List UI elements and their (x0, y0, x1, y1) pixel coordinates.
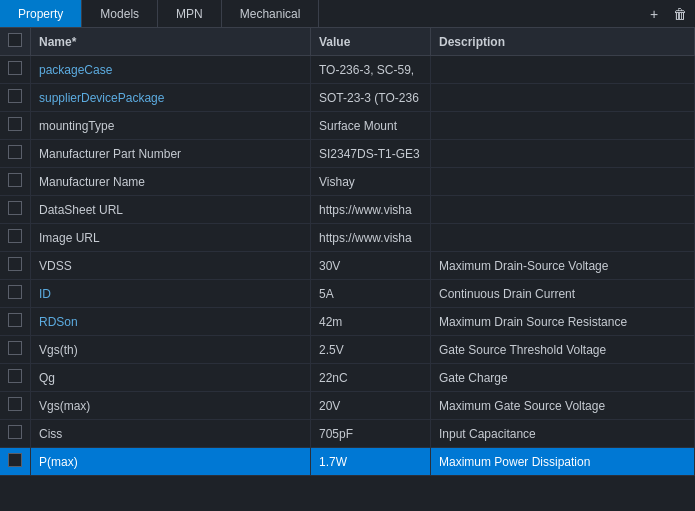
cell-name: Ciss (31, 420, 311, 448)
tab-mpn[interactable]: MPN (158, 0, 222, 27)
cell-name: packageCase (31, 56, 311, 84)
cell-name: ID (31, 280, 311, 308)
cell-description (431, 224, 695, 252)
table-row[interactable]: supplierDevicePackageSOT-23-3 (TO-236 (0, 84, 695, 112)
cell-name: Vgs(th) (31, 336, 311, 364)
cell-description: Gate Source Threshold Voltage (431, 336, 695, 364)
table-row[interactable]: Manufacturer NameVishay (0, 168, 695, 196)
cell-description: Maximum Drain-Source Voltage (431, 252, 695, 280)
table-row[interactable]: RDSon42mMaximum Drain Source Resistance (0, 308, 695, 336)
row-checkbox[interactable] (8, 425, 22, 439)
cell-value: https://www.visha (311, 196, 431, 224)
cell-value: SI2347DS-T1-GE3 (311, 140, 431, 168)
table-row[interactable]: Vgs(th)2.5VGate Source Threshold Voltage (0, 336, 695, 364)
table-row[interactable]: DataSheet URLhttps://www.visha (0, 196, 695, 224)
table-row[interactable]: mountingTypeSurface Mount (0, 112, 695, 140)
cell-value: https://www.visha (311, 224, 431, 252)
table-row[interactable]: Qg22nCGate Charge (0, 364, 695, 392)
cell-value: SOT-23-3 (TO-236 (311, 84, 431, 112)
header-checkbox[interactable] (8, 33, 22, 47)
cell-description: Maximum Gate Source Voltage (431, 392, 695, 420)
tab-mechanical[interactable]: Mechanical (222, 0, 320, 27)
cell-value: Vishay (311, 168, 431, 196)
tab-actions: + 🗑 (643, 3, 695, 25)
cell-description (431, 168, 695, 196)
cell-value: 705pF (311, 420, 431, 448)
cell-description (431, 56, 695, 84)
cell-description (431, 84, 695, 112)
tab-models[interactable]: Models (82, 0, 158, 27)
row-checkbox[interactable] (8, 313, 22, 327)
delete-button[interactable]: 🗑 (669, 3, 691, 25)
cell-description: Continuous Drain Current (431, 280, 695, 308)
cell-value: 2.5V (311, 336, 431, 364)
cell-name: DataSheet URL (31, 196, 311, 224)
table-row[interactable]: Vgs(max)20VMaximum Gate Source Voltage (0, 392, 695, 420)
cell-name: Manufacturer Part Number (31, 140, 311, 168)
cell-description (431, 112, 695, 140)
col-header-name: Name* (31, 28, 311, 56)
cell-name: Vgs(max) (31, 392, 311, 420)
cell-value: TO-236-3, SC-59, (311, 56, 431, 84)
cell-name: Qg (31, 364, 311, 392)
row-checkbox[interactable] (8, 145, 22, 159)
row-checkbox[interactable] (8, 285, 22, 299)
row-checkbox[interactable] (8, 173, 22, 187)
cell-value: 20V (311, 392, 431, 420)
cell-description: Maximum Power Dissipation (431, 448, 695, 476)
cell-name: Image URL (31, 224, 311, 252)
cell-description (431, 196, 695, 224)
cell-name: P(max) (31, 448, 311, 476)
row-checkbox[interactable] (8, 61, 22, 75)
cell-value: Surface Mount (311, 112, 431, 140)
col-header-checkbox (0, 28, 31, 56)
row-checkbox[interactable] (8, 89, 22, 103)
col-header-description: Description (431, 28, 695, 56)
add-button[interactable]: + (643, 3, 665, 25)
row-checkbox[interactable] (8, 453, 22, 467)
property-table: Name* Value Description packageCaseTO-23… (0, 28, 695, 476)
row-checkbox[interactable] (8, 117, 22, 131)
table-row[interactable]: VDSS30VMaximum Drain-Source Voltage (0, 252, 695, 280)
col-header-value: Value (311, 28, 431, 56)
cell-name: RDSon (31, 308, 311, 336)
row-checkbox[interactable] (8, 257, 22, 271)
row-checkbox[interactable] (8, 369, 22, 383)
cell-description: Gate Charge (431, 364, 695, 392)
tab-bar: Property Models MPN Mechanical + 🗑 (0, 0, 695, 28)
row-checkbox[interactable] (8, 201, 22, 215)
cell-name: supplierDevicePackage (31, 84, 311, 112)
table-row[interactable]: ID5AContinuous Drain Current (0, 280, 695, 308)
table-container: Name* Value Description packageCaseTO-23… (0, 28, 695, 511)
table-header-row: Name* Value Description (0, 28, 695, 56)
table-row[interactable]: Manufacturer Part NumberSI2347DS-T1-GE3 (0, 140, 695, 168)
cell-description: Input Capacitance (431, 420, 695, 448)
table-row[interactable]: Ciss705pFInput Capacitance (0, 420, 695, 448)
cell-name: mountingType (31, 112, 311, 140)
row-checkbox[interactable] (8, 341, 22, 355)
tab-property[interactable]: Property (0, 0, 82, 27)
cell-value: 30V (311, 252, 431, 280)
table-row[interactable]: packageCaseTO-236-3, SC-59, (0, 56, 695, 84)
cell-description (431, 140, 695, 168)
cell-name: Manufacturer Name (31, 168, 311, 196)
table-row[interactable]: P(max)1.7WMaximum Power Dissipation (0, 448, 695, 476)
cell-value: 22nC (311, 364, 431, 392)
cell-description: Maximum Drain Source Resistance (431, 308, 695, 336)
cell-name: VDSS (31, 252, 311, 280)
table-row[interactable]: Image URLhttps://www.visha (0, 224, 695, 252)
row-checkbox[interactable] (8, 397, 22, 411)
row-checkbox[interactable] (8, 229, 22, 243)
cell-value: 1.7W (311, 448, 431, 476)
cell-value: 5A (311, 280, 431, 308)
cell-value: 42m (311, 308, 431, 336)
